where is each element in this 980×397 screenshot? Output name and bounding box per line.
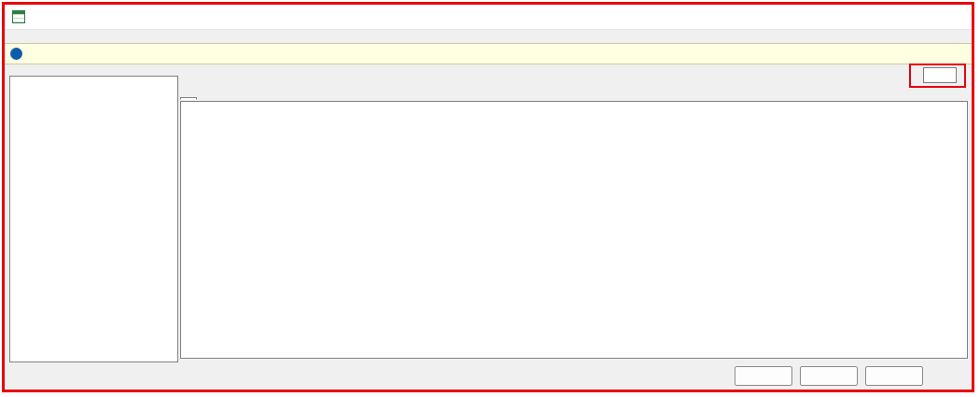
- back-button[interactable]: [735, 366, 792, 386]
- tab-sheet1[interactable]: [180, 97, 197, 100]
- skip-rows-box: [909, 64, 966, 88]
- spreadsheet-app-icon: [12, 10, 25, 23]
- top-row: [178, 64, 972, 86]
- sheet-content: [178, 64, 972, 364]
- next-button[interactable]: [800, 366, 858, 386]
- import-wizard-window: [2, 2, 974, 392]
- info-icon: [10, 48, 22, 60]
- fields-panel: [5, 64, 178, 364]
- maximize-button[interactable]: [904, 6, 938, 29]
- close-button[interactable]: [938, 6, 972, 29]
- fields-panel-label: [9, 64, 178, 76]
- spreadsheet-area: [180, 101, 968, 359]
- sheet-tabs: [178, 86, 972, 101]
- wizard-buttons: [735, 366, 923, 386]
- minimize-button[interactable]: [871, 6, 904, 29]
- titlebar: [5, 5, 972, 30]
- fields-listbox[interactable]: [9, 76, 178, 362]
- skip-input[interactable]: [923, 67, 957, 83]
- cancel-button[interactable]: [865, 366, 923, 386]
- info-bar: [5, 43, 972, 64]
- step-indicator: [5, 30, 972, 43]
- main-area: [5, 64, 972, 364]
